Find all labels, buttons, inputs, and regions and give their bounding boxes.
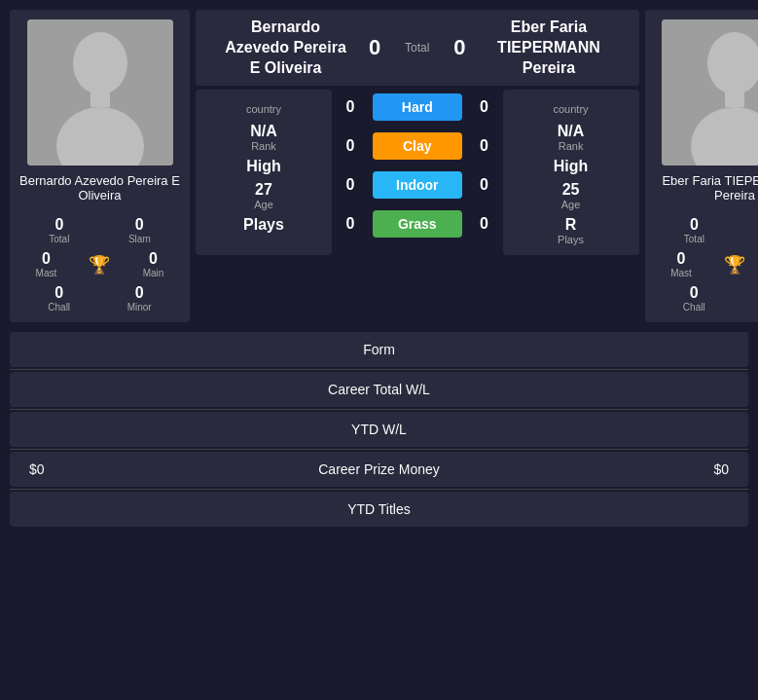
left-country-row: country: [211, 99, 316, 117]
clay-button[interactable]: Clay: [373, 132, 462, 160]
players-section: Bernardo Azevedo Pereira E Oliveira 0 To…: [10, 10, 748, 322]
hard-court-row: 0 Hard 0: [336, 90, 499, 125]
right-high-row: High: [519, 158, 624, 175]
svg-rect-7: [725, 90, 744, 107]
right-age-row: 25 Age: [519, 181, 624, 210]
ytd-wl-row: YTD W/L: [10, 412, 748, 447]
hard-right-score: 0: [470, 98, 499, 116]
right-player-card: Eber Faria TIEPERMANN Pereira 0 Total 0 …: [645, 10, 758, 322]
svg-point-1: [73, 32, 127, 94]
prize-money-label: Career Prize Money: [88, 461, 670, 477]
left-plays-row: Plays: [211, 216, 316, 234]
career-total-label: Career Total W/L: [29, 382, 729, 397]
right-stats-row2: 0 Mast 🏆 0 Main: [655, 250, 758, 278]
right-player-name: Eber Faria TIEPERMANN Pereira: [655, 173, 758, 203]
right-plays-row: R Plays: [519, 216, 624, 245]
divider-1: [10, 369, 748, 370]
ytd-titles-label: YTD Titles: [29, 501, 729, 517]
form-row: Form: [10, 332, 748, 367]
left-country: country: [246, 103, 281, 115]
right-mast-stat: 0 Mast: [670, 250, 692, 278]
left-slam-stat: 0 Slam: [128, 216, 151, 244]
grass-button[interactable]: Grass: [373, 210, 462, 238]
grass-court-row: 0 Grass 0: [336, 206, 499, 241]
left-stats-row1: 0 Total 0 Slam: [19, 216, 180, 244]
right-country-row: country: [519, 99, 624, 117]
divider-3: [10, 449, 748, 450]
form-label: Form: [29, 342, 729, 357]
grass-left-score: 0: [336, 215, 365, 233]
right-player-avatar: [662, 19, 758, 166]
left-prize-value: $0: [29, 461, 88, 477]
hard-button[interactable]: Hard: [373, 93, 462, 121]
right-stats-row1: 0 Total 0 Slam: [655, 216, 758, 244]
indoor-button[interactable]: Indoor: [373, 171, 462, 199]
prize-money-row: $0 Career Prize Money $0: [10, 452, 748, 487]
indoor-right-score: 0: [470, 176, 499, 194]
left-player-name: Bernardo Azevedo Pereira E Oliveira: [19, 173, 180, 203]
header-row: BernardoAzevedo PereiraE Oliveira 0 Tota…: [196, 10, 639, 86]
right-total-stat: 0 Total: [684, 216, 704, 244]
divider-4: [10, 489, 748, 490]
clay-left-score: 0: [336, 137, 365, 155]
clay-right-score: 0: [470, 137, 499, 155]
hard-left-score: 0: [336, 98, 365, 116]
left-high-row: High: [211, 158, 316, 175]
left-trophy-icon: 🏆: [89, 254, 110, 276]
svg-rect-3: [90, 90, 110, 107]
ytd-wl-label: YTD W/L: [29, 422, 729, 437]
total-label: Total: [405, 41, 429, 55]
left-rank-row: N/A Rank: [211, 123, 316, 152]
left-total-score: 0: [360, 35, 389, 60]
left-header-name: BernardoAzevedo PereiraE Oliveira: [211, 18, 360, 78]
main-container: Bernardo Azevedo Pereira E Oliveira 0 To…: [0, 0, 758, 536]
left-player-card: Bernardo Azevedo Pereira E Oliveira 0 To…: [10, 10, 190, 322]
left-player-avatar: [27, 19, 173, 166]
right-rank-row: N/A Rank: [519, 123, 624, 152]
bottom-stats: Form Career Total W/L YTD W/L $0 Career …: [10, 332, 748, 527]
ytd-titles-row: YTD Titles: [10, 492, 748, 527]
left-info-panel: country N/A Rank High 27 Age Plays: [196, 90, 332, 255]
divider-2: [10, 409, 748, 410]
right-trophy-icon: 🏆: [724, 254, 745, 276]
left-mast-stat: 0 Mast: [36, 250, 57, 278]
grass-right-score: 0: [470, 215, 499, 233]
left-main-stat: 0 Main: [143, 250, 164, 278]
right-header-name: Eber FariaTIEPERMANNPereira: [474, 18, 623, 78]
right-country: country: [554, 103, 589, 115]
left-stats-row2: 0 Mast 🏆 0 Main: [19, 250, 180, 278]
left-stats-row3: 0 Chall 0 Minor: [19, 284, 180, 313]
courts-column: 0 Hard 0 0 Clay 0 0 Indoor 0: [336, 90, 499, 255]
left-chall-stat: 0 Chall: [48, 284, 70, 313]
clay-court-row: 0 Clay 0: [336, 129, 499, 164]
indoor-left-score: 0: [336, 176, 365, 194]
right-chall-stat: 0 Chall: [683, 284, 705, 313]
right-stats-row3: 0 Chall 0 Minor: [655, 284, 758, 313]
middle-section: BernardoAzevedo PereiraE Oliveira 0 Tota…: [196, 10, 639, 322]
right-prize-value: $0: [670, 461, 729, 477]
left-age-row: 27 Age: [211, 181, 316, 210]
info-panels-row: country N/A Rank High 27 Age Plays: [196, 90, 639, 255]
left-total-stat: 0 Total: [49, 216, 69, 244]
right-info-panel: country N/A Rank High 25 Age R: [503, 90, 639, 255]
indoor-court-row: 0 Indoor 0: [336, 167, 499, 203]
left-minor-stat: 0 Minor: [127, 284, 152, 313]
right-total-score: 0: [445, 35, 474, 60]
career-total-row: Career Total W/L: [10, 372, 748, 407]
